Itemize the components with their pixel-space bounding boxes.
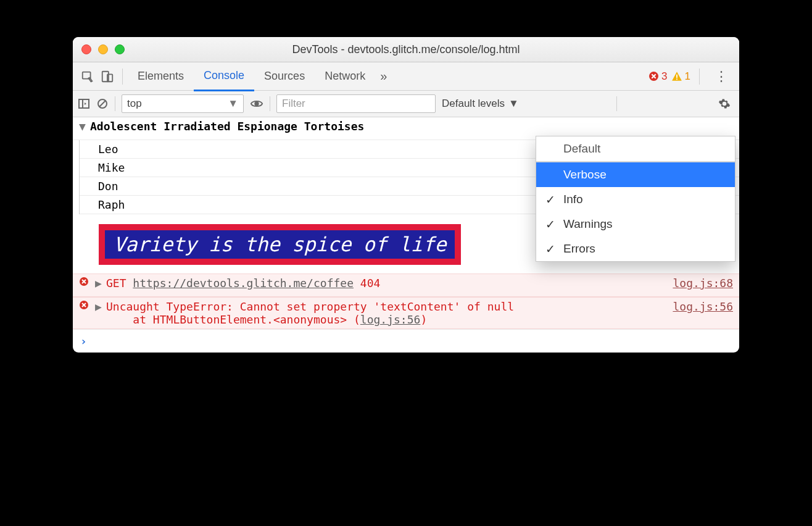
log-level-verbose[interactable]: Verbose	[536, 162, 735, 187]
error-count: 3	[661, 70, 667, 83]
log-level-errors[interactable]: ✓ Errors	[536, 236, 735, 261]
console-settings-icon[interactable]	[715, 98, 734, 110]
svg-point-10	[254, 101, 259, 106]
svg-rect-4	[676, 74, 677, 78]
log-levels-default-label: Default	[563, 142, 600, 156]
chevron-down-icon: ▼	[228, 98, 238, 110]
tab-sources[interactable]: Sources	[254, 62, 315, 90]
warning-count-badge[interactable]: 1	[671, 70, 690, 83]
live-expression-icon[interactable]	[250, 97, 263, 111]
separator	[699, 69, 700, 85]
log-level-label: Errors	[563, 242, 595, 256]
error-message-body: Uncaught TypeError: Cannot set property …	[106, 300, 673, 326]
error-count-badge[interactable]: 3	[648, 70, 667, 83]
log-level-label: Default levels	[442, 98, 505, 110]
warning-count: 1	[685, 70, 690, 83]
disclosure-triangle-icon[interactable]: ▶	[95, 300, 104, 313]
error-icon	[79, 300, 90, 310]
filter-input[interactable]	[276, 94, 436, 113]
log-level-warnings[interactable]: ✓ Warnings	[536, 212, 735, 236]
separator	[122, 69, 123, 85]
log-level-selector[interactable]: Default levels ▼	[442, 98, 519, 110]
source-link[interactable]: log.js:56	[673, 300, 733, 313]
clear-console-icon[interactable]	[96, 98, 109, 110]
tabs-overflow-button[interactable]: »	[375, 69, 392, 83]
log-levels-default[interactable]: Default	[536, 136, 735, 162]
console-filter-bar: top ▼ Default levels ▼	[73, 91, 739, 117]
disclosure-triangle-icon[interactable]: ▶	[95, 277, 104, 290]
source-link[interactable]: log.js:68	[673, 277, 733, 290]
request-url[interactable]: https://devtools.glitch.me/coffee	[133, 277, 354, 290]
log-level-label: Warnings	[563, 217, 613, 231]
window-title: DevTools - devtools.glitch.me/console/lo…	[73, 43, 739, 56]
stack-frame-suffix: )	[420, 313, 427, 326]
log-level-label: Verbose	[563, 168, 607, 182]
tab-elements[interactable]: Elements	[128, 62, 194, 90]
console-error-row: ▶ Uncaught TypeError: Cannot set propert…	[73, 297, 739, 329]
toggle-console-sidebar-icon[interactable]	[78, 98, 90, 110]
main-toolbar: Elements Console Sources Network » 3 1 ⋮	[73, 62, 739, 91]
error-message: Uncaught TypeError: Cannot set property …	[106, 300, 514, 313]
panel-tabs: Elements Console Sources Network »	[128, 62, 392, 91]
tab-console[interactable]: Console	[194, 62, 254, 91]
separator	[616, 96, 617, 111]
chevron-down-icon: ▼	[508, 98, 519, 110]
traffic-lights	[73, 44, 125, 54]
toggle-device-toolbar-icon[interactable]	[97, 70, 117, 83]
console-error-row: ▶ GET https://devtools.glitch.me/coffee …	[73, 273, 739, 297]
check-icon: ✓	[545, 242, 556, 256]
console-prompt[interactable]: ›	[73, 329, 739, 353]
execution-context-selector[interactable]: top ▼	[122, 94, 244, 113]
zoom-window-button[interactable]	[115, 44, 125, 54]
execution-context-label: top	[127, 98, 142, 110]
main-menu-button[interactable]: ⋮	[708, 69, 734, 85]
error-icon	[79, 277, 90, 286]
console-styled-message: Variety is the spice of life	[99, 224, 461, 265]
console-group-label: Adolescent Irradiated Espionage Tortoise…	[90, 120, 364, 133]
devtools-window: DevTools - devtools.glitch.me/console/lo…	[73, 37, 739, 353]
check-icon: ✓	[545, 193, 556, 207]
inspect-element-icon[interactable]	[78, 70, 97, 83]
stack-frame-link[interactable]: log.js:56	[360, 313, 421, 326]
request-method: GET	[106, 277, 126, 290]
prompt-chevron-icon: ›	[80, 335, 87, 348]
log-level-label: Info	[563, 193, 583, 206]
stack-frame-prefix: at HTMLButtonElement.<anonymous> (	[133, 313, 360, 326]
disclosure-triangle-icon[interactable]: ▼	[79, 120, 88, 133]
log-level-info[interactable]: ✓ Info	[536, 187, 735, 212]
separator	[115, 96, 115, 111]
svg-rect-6	[79, 99, 89, 108]
tab-network[interactable]: Network	[315, 62, 375, 90]
check-icon: ✓	[545, 217, 556, 232]
separator	[270, 96, 270, 111]
error-icon	[648, 71, 659, 81]
log-levels-popup: Default Verbose ✓ Info ✓ Warnings ✓ Erro…	[536, 136, 735, 262]
close-window-button[interactable]	[81, 44, 91, 54]
status-code: 404	[360, 277, 381, 290]
minimize-window-button[interactable]	[98, 44, 108, 54]
svg-rect-5	[676, 78, 677, 80]
titlebar: DevTools - devtools.glitch.me/console/lo…	[73, 37, 739, 62]
warning-icon	[671, 71, 682, 82]
svg-line-9	[99, 101, 106, 107]
